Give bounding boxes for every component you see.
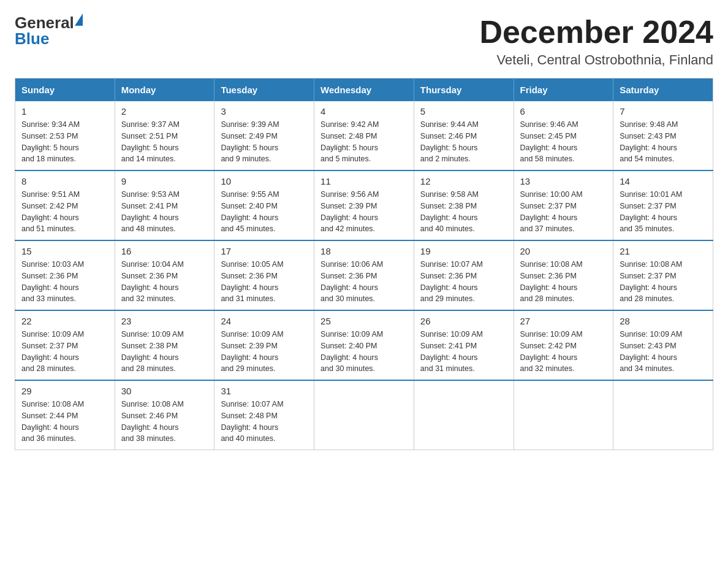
day-info: Sunrise: 10:09 AMSunset: 2:39 PMDaylight… xyxy=(221,329,308,375)
header-wednesday: Wednesday xyxy=(314,79,414,102)
header-saturday: Saturday xyxy=(613,79,713,102)
calendar-cell: 2Sunrise: 9:37 AMSunset: 2:51 PMDaylight… xyxy=(115,101,214,170)
calendar-cell: 16Sunrise: 10:04 AMSunset: 2:36 PMDaylig… xyxy=(115,240,214,310)
day-info: Sunrise: 10:07 AMSunset: 2:48 PMDaylight… xyxy=(221,399,308,445)
day-info: Sunrise: 9:48 AMSunset: 2:43 PMDaylight:… xyxy=(620,119,707,165)
calendar-cell xyxy=(314,380,414,450)
day-info: Sunrise: 10:09 AMSunset: 2:41 PMDaylight… xyxy=(420,329,507,375)
calendar-cell: 15Sunrise: 10:03 AMSunset: 2:36 PMDaylig… xyxy=(15,240,115,310)
day-info: Sunrise: 10:08 AMSunset: 2:44 PMDaylight… xyxy=(21,399,108,445)
day-info: Sunrise: 10:07 AMSunset: 2:36 PMDaylight… xyxy=(420,259,507,305)
week-row-2: 8Sunrise: 9:51 AMSunset: 2:42 PMDaylight… xyxy=(15,170,713,240)
calendar-cell xyxy=(414,380,514,450)
calendar-cell: 9Sunrise: 9:53 AMSunset: 2:41 PMDaylight… xyxy=(115,170,214,240)
day-info: Sunrise: 9:56 AMSunset: 2:39 PMDaylight:… xyxy=(320,189,408,235)
week-row-3: 15Sunrise: 10:03 AMSunset: 2:36 PMDaylig… xyxy=(15,240,713,310)
day-number: 2 xyxy=(121,106,208,117)
header-monday: Monday xyxy=(115,79,214,102)
day-number: 25 xyxy=(320,316,408,326)
calendar-cell: 30Sunrise: 10:08 AMSunset: 2:46 PMDaylig… xyxy=(115,380,214,450)
day-info: Sunrise: 10:05 AMSunset: 2:36 PMDaylight… xyxy=(221,259,308,305)
calendar-cell: 26Sunrise: 10:09 AMSunset: 2:41 PMDaylig… xyxy=(414,310,514,380)
header-sunday: Sunday xyxy=(15,79,115,102)
day-info: Sunrise: 10:06 AMSunset: 2:36 PMDaylight… xyxy=(320,259,408,305)
day-number: 27 xyxy=(520,316,607,326)
calendar-cell: 6Sunrise: 9:46 AMSunset: 2:45 PMDaylight… xyxy=(514,101,613,170)
calendar-cell: 12Sunrise: 9:58 AMSunset: 2:38 PMDayligh… xyxy=(414,170,514,240)
logo-blue: Blue xyxy=(15,29,49,48)
calendar-cell xyxy=(613,380,713,450)
calendar-cell: 25Sunrise: 10:09 AMSunset: 2:40 PMDaylig… xyxy=(314,310,414,380)
header-friday: Friday xyxy=(514,79,613,102)
day-number: 10 xyxy=(221,176,308,186)
day-number: 24 xyxy=(221,316,308,326)
day-number: 8 xyxy=(21,176,108,186)
day-info: Sunrise: 10:09 AMSunset: 2:43 PMDaylight… xyxy=(620,329,707,375)
day-number: 1 xyxy=(21,106,108,117)
day-info: Sunrise: 10:09 AMSunset: 2:40 PMDaylight… xyxy=(320,329,408,375)
day-number: 23 xyxy=(121,316,208,326)
day-number: 16 xyxy=(121,246,208,256)
calendar-cell: 18Sunrise: 10:06 AMSunset: 2:36 PMDaylig… xyxy=(314,240,414,310)
header-tuesday: Tuesday xyxy=(214,79,314,102)
calendar-cell: 28Sunrise: 10:09 AMSunset: 2:43 PMDaylig… xyxy=(613,310,713,380)
page-header: General Blue December 2024 Veteli, Centr… xyxy=(15,15,713,68)
day-number: 18 xyxy=(320,246,408,256)
week-row-4: 22Sunrise: 10:09 AMSunset: 2:37 PMDaylig… xyxy=(15,310,713,380)
calendar-cell: 5Sunrise: 9:44 AMSunset: 2:46 PMDaylight… xyxy=(414,101,514,170)
calendar-cell: 27Sunrise: 10:09 AMSunset: 2:42 PMDaylig… xyxy=(514,310,613,380)
day-number: 29 xyxy=(21,386,108,396)
day-info: Sunrise: 10:08 AMSunset: 2:46 PMDaylight… xyxy=(121,399,208,445)
calendar-cell: 7Sunrise: 9:48 AMSunset: 2:43 PMDaylight… xyxy=(613,101,713,170)
day-info: Sunrise: 9:39 AMSunset: 2:49 PMDaylight:… xyxy=(221,119,308,165)
day-number: 21 xyxy=(620,246,707,256)
day-number: 5 xyxy=(420,106,507,117)
calendar-cell: 29Sunrise: 10:08 AMSunset: 2:44 PMDaylig… xyxy=(15,380,115,450)
location-subtitle: Veteli, Central Ostrobothnia, Finland xyxy=(479,52,713,68)
logo: General Blue xyxy=(15,15,83,47)
month-year-title: December 2024 xyxy=(479,15,713,50)
calendar-cell: 3Sunrise: 9:39 AMSunset: 2:49 PMDaylight… xyxy=(214,101,314,170)
day-info: Sunrise: 10:09 AMSunset: 2:38 PMDaylight… xyxy=(121,329,208,375)
calendar-table: SundayMondayTuesdayWednesdayThursdayFrid… xyxy=(15,78,713,450)
calendar-cell: 31Sunrise: 10:07 AMSunset: 2:48 PMDaylig… xyxy=(214,380,314,450)
week-row-5: 29Sunrise: 10:08 AMSunset: 2:44 PMDaylig… xyxy=(15,380,713,450)
logo-triangle-icon xyxy=(75,13,83,26)
day-info: Sunrise: 10:03 AMSunset: 2:36 PMDaylight… xyxy=(21,259,108,305)
week-row-1: 1Sunrise: 9:34 AMSunset: 2:53 PMDaylight… xyxy=(15,101,713,170)
day-number: 13 xyxy=(520,176,607,186)
calendar-cell: 22Sunrise: 10:09 AMSunset: 2:37 PMDaylig… xyxy=(15,310,115,380)
day-number: 17 xyxy=(221,246,308,256)
day-number: 12 xyxy=(420,176,507,186)
day-info: Sunrise: 10:00 AMSunset: 2:37 PMDaylight… xyxy=(520,189,607,235)
day-number: 19 xyxy=(420,246,507,256)
day-number: 31 xyxy=(221,386,308,396)
calendar-cell: 24Sunrise: 10:09 AMSunset: 2:39 PMDaylig… xyxy=(214,310,314,380)
day-info: Sunrise: 10:09 AMSunset: 2:42 PMDaylight… xyxy=(520,329,607,375)
calendar-cell: 10Sunrise: 9:55 AMSunset: 2:40 PMDayligh… xyxy=(214,170,314,240)
calendar-cell: 1Sunrise: 9:34 AMSunset: 2:53 PMDaylight… xyxy=(15,101,115,170)
day-number: 22 xyxy=(21,316,108,326)
day-number: 6 xyxy=(520,106,607,117)
day-info: Sunrise: 10:08 AMSunset: 2:37 PMDaylight… xyxy=(620,259,707,305)
calendar-cell: 11Sunrise: 9:56 AMSunset: 2:39 PMDayligh… xyxy=(314,170,414,240)
day-info: Sunrise: 9:58 AMSunset: 2:38 PMDaylight:… xyxy=(420,189,507,235)
calendar-cell: 20Sunrise: 10:08 AMSunset: 2:36 PMDaylig… xyxy=(514,240,613,310)
calendar-header-row: SundayMondayTuesdayWednesdayThursdayFrid… xyxy=(15,79,713,102)
calendar-cell xyxy=(514,380,613,450)
calendar-cell: 17Sunrise: 10:05 AMSunset: 2:36 PMDaylig… xyxy=(214,240,314,310)
day-info: Sunrise: 9:42 AMSunset: 2:48 PMDaylight:… xyxy=(320,119,408,165)
day-number: 28 xyxy=(620,316,707,326)
day-number: 26 xyxy=(420,316,507,326)
day-info: Sunrise: 9:55 AMSunset: 2:40 PMDaylight:… xyxy=(221,189,308,235)
day-number: 20 xyxy=(520,246,607,256)
calendar-cell: 13Sunrise: 10:00 AMSunset: 2:37 PMDaylig… xyxy=(514,170,613,240)
day-number: 30 xyxy=(121,386,208,396)
day-number: 15 xyxy=(21,246,108,256)
day-info: Sunrise: 9:51 AMSunset: 2:42 PMDaylight:… xyxy=(21,189,108,235)
calendar-cell: 19Sunrise: 10:07 AMSunset: 2:36 PMDaylig… xyxy=(414,240,514,310)
calendar-cell: 14Sunrise: 10:01 AMSunset: 2:37 PMDaylig… xyxy=(613,170,713,240)
day-number: 7 xyxy=(620,106,707,117)
day-info: Sunrise: 9:37 AMSunset: 2:51 PMDaylight:… xyxy=(121,119,208,165)
day-number: 4 xyxy=(320,106,408,117)
